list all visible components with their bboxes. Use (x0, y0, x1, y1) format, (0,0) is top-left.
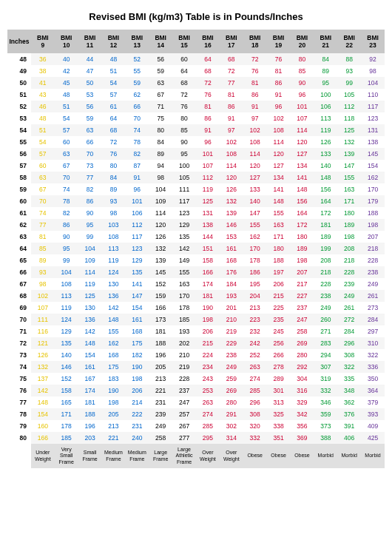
cell-value: 59 (125, 77, 149, 89)
row-inches: 68 (7, 290, 31, 302)
cell-value: 53 (78, 89, 102, 101)
cell-value: 190 (125, 361, 149, 373)
col-header-bmi: BMI19 (267, 30, 291, 53)
cell-value: 208 (337, 243, 361, 254)
cell-value: 133 (314, 148, 337, 160)
cell-value: 155 (243, 219, 267, 231)
cell-value: 90 (78, 207, 102, 219)
cell-value: 184 (220, 278, 243, 290)
cell-value: 252 (243, 349, 267, 361)
cell-value: 84 (314, 53, 337, 65)
cell-value: 147 (337, 160, 361, 172)
cell-value: 145 (149, 266, 172, 278)
cell-value: 273 (361, 302, 385, 314)
cell-value: 274 (243, 373, 267, 385)
cell-value: 138 (196, 219, 220, 231)
row-inches: 72 (7, 337, 31, 349)
cell-value: 280 (291, 349, 314, 361)
cell-value: 336 (361, 361, 385, 373)
cell-value: 294 (314, 349, 337, 361)
cell-value: 325 (267, 408, 291, 420)
col-header-bmi: BMI12 (102, 30, 126, 53)
cell-value: 196 (78, 420, 102, 432)
cell-value: 98 (31, 278, 55, 290)
cell-value: 138 (361, 136, 385, 148)
cell-value: 89 (314, 65, 337, 77)
cell-value: 139 (149, 254, 172, 266)
cell-value: 113 (314, 112, 337, 124)
cell-value: 64 (196, 53, 220, 65)
table-row: 54515763687480859197102108114119125131 (7, 124, 385, 136)
table-row: 6589991091191291391491581681781881982082… (7, 254, 385, 266)
cell-value: 228 (172, 373, 196, 385)
row-inches: 55 (7, 136, 31, 148)
cell-value: 219 (220, 325, 243, 337)
cell-value: 274 (196, 408, 220, 420)
cell-value: 85 (172, 124, 196, 136)
cell-value: 81 (267, 65, 291, 77)
cell-value: 155 (102, 325, 126, 337)
cell-value: 149 (172, 254, 196, 266)
cell-value: 77 (220, 77, 243, 89)
row-inches: 79 (7, 420, 31, 432)
footer-category: Morbid (314, 444, 337, 468)
cell-value: 95 (78, 219, 102, 231)
cell-value: 93 (102, 195, 126, 207)
cell-value: 247 (172, 396, 196, 408)
cell-value: 198 (125, 373, 149, 385)
row-inches: 56 (7, 148, 31, 160)
cell-value: 64 (172, 65, 196, 77)
cell-value: 261 (361, 290, 385, 302)
footer-category: Under Weight (31, 444, 55, 468)
cell-value: 142 (102, 302, 126, 314)
cell-value: 130 (78, 302, 102, 314)
cell-value: 87 (125, 160, 149, 172)
table-row: 6174829098106114123131139147155164172180… (7, 207, 385, 219)
cell-value: 224 (196, 349, 220, 361)
cell-value: 310 (361, 337, 385, 349)
cell-value: 66 (78, 136, 102, 148)
cell-value: 90 (172, 136, 196, 148)
cell-value: 67 (31, 183, 55, 195)
footer-category: Large Frame (149, 444, 172, 468)
cell-value: 108 (267, 124, 291, 136)
cell-value: 175 (102, 361, 126, 373)
cell-value: 95 (55, 243, 78, 254)
cell-value: 136 (102, 290, 126, 302)
cell-value: 112 (125, 219, 149, 231)
footer-category: Morbid (337, 444, 361, 468)
cell-value: 329 (291, 396, 314, 408)
cell-value: 85 (31, 243, 55, 254)
cell-value: 228 (314, 278, 337, 290)
cell-value: 342 (291, 408, 314, 420)
row-inches: 52 (7, 101, 31, 112)
cell-value: 159 (149, 290, 172, 302)
col-header-bmi: BMI21 (314, 30, 337, 53)
cell-value: 161 (220, 243, 243, 254)
cell-value: 271 (314, 325, 337, 337)
cell-value: 332 (314, 385, 337, 396)
cell-value: 188 (267, 254, 291, 266)
table-row: 6381909910811712613514415316217118018919… (7, 231, 385, 243)
cell-value: 98 (149, 172, 172, 183)
row-inches: 71 (7, 325, 31, 337)
row-inches: 80 (7, 432, 31, 444)
cell-value: 111 (172, 183, 196, 195)
cell-value: 239 (149, 408, 172, 420)
cell-value: 107 (196, 160, 220, 172)
cell-value: 261 (337, 302, 361, 314)
cell-value: 144 (196, 231, 220, 243)
cell-value: 127 (267, 160, 291, 172)
cell-value: 364 (361, 385, 385, 396)
row-inches: 77 (7, 396, 31, 408)
cell-value: 296 (243, 396, 267, 408)
table-row: 524651566166717681869196101106112117 (7, 101, 385, 112)
cell-value: 238 (220, 349, 243, 361)
cell-value: 214 (125, 396, 149, 408)
cell-value: 195 (243, 278, 267, 290)
cell-value: 289 (267, 373, 291, 385)
cell-value: 193 (220, 290, 243, 302)
cell-value: 64 (102, 112, 126, 124)
cell-value: 57 (102, 89, 126, 101)
cell-value: 139 (337, 148, 361, 160)
